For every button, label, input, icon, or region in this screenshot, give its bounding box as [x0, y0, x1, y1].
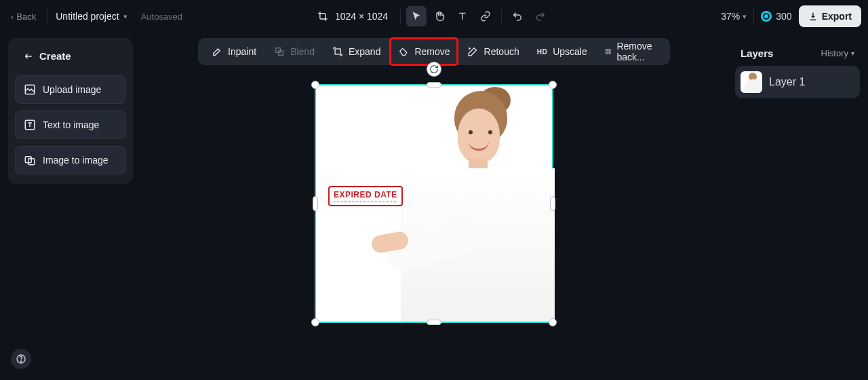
undo-icon [512, 11, 523, 22]
resize-handle-b[interactable] [427, 320, 441, 325]
eraser-icon [398, 46, 409, 57]
text-to-image-label: Text to image [43, 119, 99, 130]
image-to-image-label: Image to image [43, 155, 108, 166]
inpaint-label: Inpaint [228, 46, 256, 57]
create-sidebar: Create Upload image Text to image Image … [8, 38, 133, 184]
project-name-label: Untitled project [56, 11, 119, 22]
link-tool[interactable] [475, 6, 496, 26]
divider [501, 9, 502, 24]
brush-icon [212, 46, 222, 57]
blend-tool: Blend [266, 38, 323, 65]
history-dropdown[interactable]: History ▾ [821, 48, 854, 58]
remove-tool[interactable]: Remove [390, 38, 458, 65]
blend-label: Blend [290, 46, 315, 57]
svg-rect-6 [335, 49, 340, 54]
ai-tools-bar: Inpaint Blend Expand Remove Retouch HD U… [198, 38, 670, 65]
export-label: Export [822, 11, 852, 22]
credits-button[interactable]: 300 [761, 11, 791, 22]
resize-handle-tl[interactable] [311, 81, 319, 89]
pan-tool[interactable] [429, 6, 450, 26]
upload-image-icon [24, 83, 36, 96]
layer-thumbnail [741, 71, 762, 93]
select-tool[interactable] [406, 6, 427, 26]
chevron-down-icon: ▾ [851, 50, 854, 57]
rotate-handle[interactable] [427, 62, 441, 77]
download-icon [808, 12, 818, 21]
remove-background-tool[interactable]: Remove back... [597, 38, 665, 65]
autosaved-status: Autosaved [141, 12, 182, 22]
remove-bg-icon [605, 46, 612, 57]
expand-icon [332, 46, 343, 57]
help-icon [16, 354, 26, 364]
arrow-left-icon [23, 51, 34, 62]
layer-name: Layer 1 [769, 76, 805, 88]
resize-handle-br[interactable] [549, 318, 557, 326]
redo-button[interactable] [530, 6, 551, 26]
divider [400, 9, 401, 24]
resize-handle-l[interactable] [313, 196, 318, 211]
wand-icon [468, 46, 479, 57]
resize-handle-bl[interactable] [311, 318, 319, 326]
expand-tool[interactable]: Expand [324, 38, 389, 65]
top-bar: ‹ Back Untitled project ▾ Autosaved 1024… [0, 0, 868, 33]
text-to-image-icon [24, 119, 36, 131]
back-label: Back [16, 12, 36, 22]
upscale-label: Upscale [553, 46, 587, 57]
redo-icon [535, 11, 546, 22]
chevron-down-icon: ▾ [123, 12, 127, 21]
chevron-left-icon: ‹ [11, 12, 14, 22]
remove-bg-label: Remove back... [616, 41, 656, 62]
inpaint-tool[interactable]: Inpaint [203, 38, 264, 65]
divider [753, 9, 754, 24]
selected-layer-frame[interactable]: EXPIRED DATE [315, 84, 553, 323]
upscale-tool[interactable]: HD Upscale [529, 38, 595, 65]
back-button[interactable]: ‹ Back [7, 9, 40, 24]
resize-handle-r[interactable] [550, 196, 555, 211]
resize-handle-tr[interactable] [549, 81, 557, 89]
create-title: Create [39, 50, 71, 62]
create-header[interactable]: Create [15, 41, 126, 69]
image-to-image-icon [24, 154, 36, 166]
layer-item[interactable]: Layer 1 [735, 66, 860, 98]
canvas-stage: EXPIRED DATE [315, 84, 553, 323]
text-tool[interactable] [452, 6, 473, 26]
link-icon [480, 11, 491, 22]
expand-label: Expand [349, 46, 380, 57]
top-right-cluster: 37% ▾ 300 Export [721, 5, 861, 27]
crop-icon [317, 11, 328, 22]
viewport-tools [397, 6, 551, 26]
top-left-cluster: ‹ Back Untitled project ▾ Autosaved [7, 8, 182, 24]
layers-title: Layers [741, 48, 773, 59]
upload-image-label: Upload image [43, 84, 101, 95]
top-center-cluster: 1024 × 1024 [317, 6, 551, 26]
cursor-icon [411, 11, 422, 22]
canvas-size-label: 1024 × 1024 [335, 11, 388, 22]
remove-label: Remove [414, 46, 450, 57]
credits-count: 300 [776, 11, 791, 22]
blend-icon [274, 46, 285, 57]
stamp-overlay: EXPIRED DATE [328, 186, 403, 206]
canvas-size-button[interactable]: 1024 × 1024 [317, 11, 388, 22]
hand-icon [434, 11, 445, 22]
hd-icon: HD [537, 48, 547, 56]
image-to-image-button[interactable]: Image to image [15, 146, 126, 174]
layers-sidebar: Layers History ▾ Layer 1 [735, 38, 860, 98]
help-button[interactable] [11, 349, 31, 369]
retouch-label: Retouch [484, 46, 519, 57]
export-button[interactable]: Export [799, 5, 861, 27]
history-label: History [821, 48, 848, 58]
text-to-image-button[interactable]: Text to image [15, 111, 126, 139]
svg-point-9 [20, 361, 21, 362]
chevron-down-icon: ▾ [743, 12, 747, 21]
retouch-tool[interactable]: Retouch [460, 38, 528, 65]
resize-handle-t[interactable] [427, 82, 441, 88]
text-icon [457, 11, 468, 22]
zoom-dropdown[interactable]: 37% ▾ [721, 11, 747, 22]
divider [47, 9, 47, 24]
zoom-label: 37% [721, 11, 740, 22]
rotate-icon [429, 64, 439, 74]
upload-image-button[interactable]: Upload image [15, 75, 126, 104]
credits-icon [761, 11, 772, 22]
project-name-dropdown[interactable]: Untitled project ▾ [54, 8, 128, 24]
undo-button[interactable] [507, 6, 528, 26]
